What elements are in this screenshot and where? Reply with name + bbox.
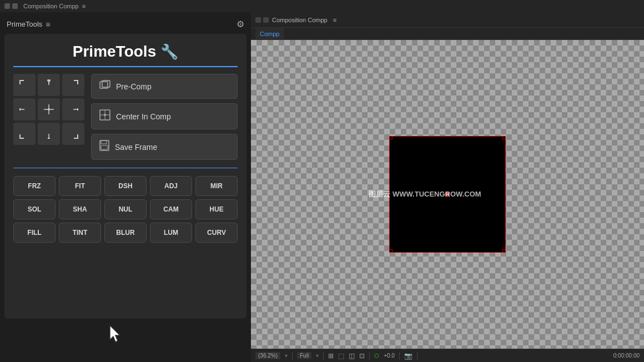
divider-3	[369, 352, 370, 360]
tool-btn-hue[interactable]: HUE	[195, 199, 238, 219]
app-title: Composition Compp	[23, 3, 79, 9]
align-middle-left-btn[interactable]	[13, 98, 36, 120]
action-buttons: Pre-Comp Center In Comp Save Frame	[91, 74, 238, 160]
prime-tools-inner: PrimeTools 🔧	[4, 34, 246, 319]
time-display: 0:00:00:00	[613, 353, 640, 359]
svg-rect-7	[77, 108, 78, 110]
logo-wrench-icon: 🔧	[160, 43, 178, 61]
tools-grid: FRZFITDSHADJMIRSOLSHANULCAMHUEFILLTINTBL…	[13, 176, 238, 243]
pre-comp-button[interactable]: Pre-Comp	[91, 74, 238, 99]
svg-rect-9	[48, 138, 50, 139]
prime-tools-panel: PrimeTools ≡ ⚙ PrimeTools 🔧	[0, 12, 251, 362]
watermark-text: 图层云 WWW.TUCENGROW.COM	[369, 189, 481, 199]
comp-tab[interactable]: Compp	[255, 28, 284, 40]
logo-text: PrimeTools	[73, 43, 156, 61]
tool-btn-sha[interactable]: SHA	[59, 199, 101, 219]
tool-btn-fill[interactable]: FILL	[13, 223, 56, 243]
window-controls	[4, 3, 18, 9]
comp-header-icons	[255, 17, 269, 23]
align-middle-right-btn[interactable]	[62, 98, 84, 120]
handle-bottom-left[interactable]	[389, 249, 393, 253]
tool-btn-frz[interactable]: FRZ	[13, 176, 56, 196]
comp-dot-1	[255, 17, 261, 23]
quality-btn[interactable]: Full	[297, 352, 311, 359]
align-top-right-btn[interactable]	[62, 74, 84, 96]
app-top-bar: Composition Compp ≡	[0, 0, 644, 12]
align-top-center-btn[interactable]	[38, 74, 60, 96]
panel-menu-icon[interactable]: ≡	[46, 20, 50, 29]
align-bottom-right-btn[interactable]	[62, 123, 84, 145]
tool-btn-mir[interactable]: MIR	[195, 176, 238, 196]
panel-header: PrimeTools ≡ ⚙	[4, 17, 246, 34]
tool-btn-adj[interactable]: ADJ	[150, 176, 192, 196]
handle-top-left[interactable]	[389, 136, 393, 139]
panel-title: PrimeTools	[7, 20, 42, 28]
pixel-aspect-icon[interactable]: ⊡	[359, 352, 365, 360]
transparency-icon[interactable]: ◫	[349, 352, 355, 360]
align-bottom-center-btn[interactable]	[38, 123, 60, 145]
pre-comp-label: Pre-Comp	[116, 82, 152, 91]
comp-menu-icon[interactable]: ≡	[82, 3, 85, 9]
svg-rect-2	[19, 108, 21, 110]
grid-icon[interactable]: ⊞	[328, 352, 334, 360]
main-layout: PrimeTools ≡ ⚙ PrimeTools 🔧	[0, 12, 644, 362]
zoom-chevron-icon: ▾	[285, 353, 288, 359]
divider-2	[323, 352, 324, 360]
tool-btn-blur[interactable]: BLUR	[104, 223, 147, 243]
tool-btn-fit[interactable]: FIT	[59, 176, 101, 196]
comp-panel: Composition Compp ≡ Compp 图层云 WWW.TUCENG…	[251, 12, 644, 362]
align-bottom-left-btn[interactable]	[13, 123, 36, 145]
center-in-comp-icon	[99, 109, 110, 123]
camera-icon[interactable]: 📷	[404, 352, 412, 360]
color-indicator: ⬡	[374, 353, 379, 359]
center-in-comp-label: Center In Comp	[116, 112, 171, 121]
svg-rect-0	[48, 80, 50, 81]
divider-5	[417, 352, 417, 360]
tool-btn-cam[interactable]: CAM	[150, 199, 192, 219]
svg-rect-19	[101, 145, 108, 149]
plus-value: +0.0	[384, 353, 395, 359]
align-top-left-btn[interactable]	[13, 74, 36, 96]
pre-comp-icon	[99, 80, 110, 93]
save-frame-icon	[99, 140, 109, 154]
cursor-area	[4, 319, 246, 358]
panel-header-left: PrimeTools ≡	[7, 20, 50, 29]
handle-top-right[interactable]	[502, 136, 506, 139]
comp-viewport[interactable]: 图层云 WWW.TUCENGROW.COM	[251, 40, 644, 349]
tool-btn-nul[interactable]: NUL	[104, 199, 147, 219]
window-dot-1	[4, 3, 10, 9]
svg-rect-18	[101, 140, 107, 144]
align-grid	[13, 74, 84, 160]
comp-panel-title: Composition Compp	[272, 17, 328, 23]
zoom-btn[interactable]: (36.2%)	[255, 352, 280, 359]
tool-btn-tint[interactable]: TINT	[59, 223, 101, 243]
handle-bottom-right[interactable]	[502, 249, 506, 253]
prime-tools-logo: PrimeTools 🔧	[13, 43, 238, 67]
svg-point-16	[104, 114, 106, 116]
tool-btn-curv[interactable]: CURV	[195, 223, 238, 243]
mouse-cursor	[109, 324, 124, 346]
alignment-section: Pre-Comp Center In Comp Save Frame	[13, 74, 238, 160]
section-divider	[13, 168, 238, 168]
svg-point-6	[48, 108, 50, 110]
svg-marker-20	[110, 325, 120, 342]
comp-panel-menu-icon[interactable]: ≡	[333, 17, 336, 23]
divider-4	[399, 352, 400, 360]
align-center-btn[interactable]	[38, 98, 60, 120]
save-frame-label: Save Frame	[115, 143, 157, 152]
comp-tab-bar: Compp	[251, 28, 644, 40]
comp-header: Composition Compp ≡	[251, 12, 644, 28]
quality-chevron-icon: ▾	[316, 353, 319, 359]
window-dot-2	[12, 3, 18, 9]
safe-zones-icon[interactable]: ⬚	[338, 352, 344, 360]
comp-dot-2	[263, 17, 269, 23]
tool-btn-dsh[interactable]: DSH	[104, 176, 147, 196]
tool-btn-lum[interactable]: LUM	[150, 223, 192, 243]
center-in-comp-button[interactable]: Center In Comp	[91, 103, 238, 129]
tool-btn-sol[interactable]: SOL	[13, 199, 56, 219]
comp-bottom-bar: (36.2%) ▾ Full ▾ ⊞ ⬚ ◫ ⊡ ⬡ +0.0 📷 0:00:0…	[251, 349, 644, 362]
save-frame-button[interactable]: Save Frame	[91, 134, 238, 160]
divider-1	[292, 352, 293, 360]
settings-gear-icon[interactable]: ⚙	[237, 19, 244, 29]
